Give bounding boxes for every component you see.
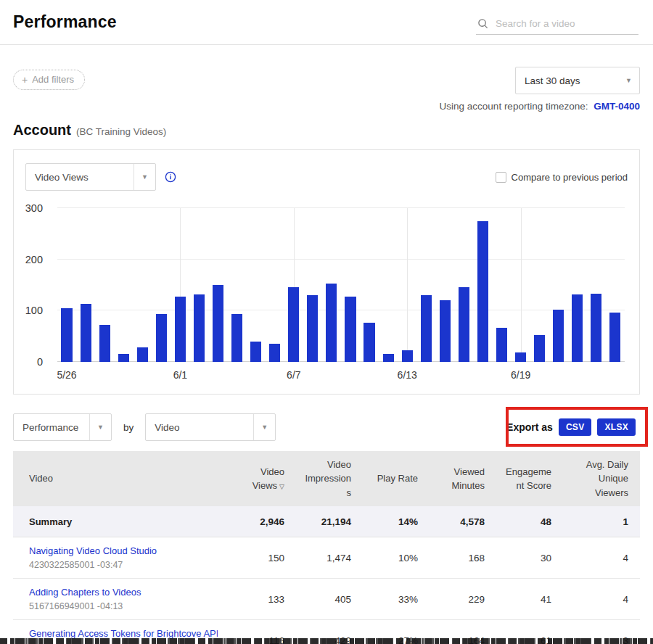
cell-video-views: 133 [222, 594, 289, 605]
search-icon [477, 18, 488, 29]
chevron-down-icon: ▼ [253, 414, 275, 440]
summary-label: Summary [13, 516, 222, 527]
add-filters-label: Add filters [32, 74, 74, 85]
summary-video-impressions: 21,194 [289, 516, 356, 527]
plus-icon: + [22, 75, 28, 85]
bar-6/17 [473, 208, 492, 362]
bar-5/26 [57, 208, 76, 362]
video-title-link[interactable]: Navigating Video Cloud Studio [29, 545, 218, 556]
export-csv-button[interactable]: CSV [559, 418, 592, 436]
export-xlsx-button[interactable]: XLSX [597, 418, 636, 436]
account-subtitle: (BC Training Videos) [76, 126, 166, 137]
search-input[interactable] [496, 18, 637, 29]
y-axis-tick-label: 0 [37, 356, 43, 368]
chart-controls: Video Views ▼ Compare to previous period [25, 163, 628, 191]
column-header-play-rate[interactable]: Play Rate [356, 466, 422, 492]
cell-avg-daily-unique-viewers: 4 [556, 594, 640, 605]
by-label: by [123, 422, 134, 433]
table-row: Navigating Video Cloud Studio 4230322585… [13, 537, 640, 579]
cell-viewed-minutes: 168 [422, 553, 489, 564]
bar-6/2 [189, 208, 208, 362]
chart-x-axis: 5/266/16/76/136/19 [57, 362, 625, 387]
chevron-down-icon: ▼ [618, 77, 639, 84]
add-filters-button[interactable]: + Add filters [13, 70, 85, 90]
filters-row: + Add filters Last 30 days ▼ [13, 67, 640, 94]
main-content: + Add filters Last 30 days ▼ Using accou… [0, 67, 653, 644]
entity-dropdown[interactable]: Video ▼ [145, 413, 276, 441]
bar-5/30 [133, 208, 152, 362]
column-header-viewed-minutes[interactable]: Viewed Minutes [422, 459, 489, 499]
bar-6/15 [435, 208, 454, 362]
column-header-video-impressions[interactable]: Video Impressions [289, 452, 356, 506]
bar-5/27 [76, 208, 95, 362]
dimension-dropdown[interactable]: Performance ▼ [13, 413, 112, 441]
cell-engagement-score: 30 [489, 553, 556, 564]
sort-descending-icon: ▽ [279, 483, 284, 490]
table-header-row: Video Video Views▽ Video Impressions Pla… [13, 451, 640, 506]
bar-6/5 [247, 208, 266, 362]
cell-viewed-minutes: 229 [422, 594, 489, 605]
table-controls-row: Performance ▼ by Video ▼ Export as CSV X… [13, 413, 640, 441]
column-header-video-views[interactable]: Video Views▽ [222, 459, 289, 499]
bar-6/22 [568, 208, 587, 362]
bar-6/18 [492, 208, 511, 362]
table-row: Adding Chapters to Videos 5167166949001 … [13, 579, 640, 620]
top-bar: Performance [0, 0, 653, 45]
summary-viewed-minutes: 4,578 [422, 516, 489, 527]
bar-6/3 [209, 208, 228, 362]
bar-5/31 [152, 208, 171, 362]
summary-video-views: 2,946 [222, 516, 289, 527]
performance-table: Video Video Views▽ Video Impressions Pla… [13, 451, 640, 644]
compare-to-previous-period: Compare to previous period [496, 172, 628, 183]
cell-video-impressions: 405 [289, 594, 356, 605]
bar-5/29 [114, 208, 133, 362]
cell-avg-daily-unique-viewers: 4 [556, 553, 640, 564]
chart-plot: 0100200300 [57, 208, 625, 362]
video-id: 4230322585001 -03:47 [29, 560, 218, 570]
dimension-value: Performance [14, 422, 89, 433]
bar-6/13 [398, 208, 416, 362]
y-axis-tick-label: 200 [25, 254, 43, 265]
video-title-link[interactable]: Adding Chapters to Videos [29, 587, 218, 598]
cell-video-views: 150 [222, 553, 289, 564]
column-header-video[interactable]: Video [13, 466, 222, 492]
bar-6/20 [530, 208, 549, 362]
metric-value: Video Views [26, 172, 134, 183]
y-axis-tick-label: 100 [25, 305, 43, 316]
account-title: Account [13, 122, 71, 139]
timezone-link[interactable]: GMT-0400 [594, 101, 640, 112]
cell-engagement-score: 41 [489, 594, 556, 605]
entity-value: Video [146, 422, 253, 433]
info-icon[interactable] [165, 171, 176, 183]
bar-6/8 [303, 208, 322, 362]
x-axis-tick-label: 6/13 [398, 369, 417, 381]
bar-6/21 [549, 208, 568, 362]
bar-6/6 [266, 208, 284, 362]
column-header-engagement-score[interactable]: Engagement Score [489, 459, 556, 499]
clipped-next-row [0, 638, 653, 644]
timezone-note: Using account reporting timezone: GMT-04… [13, 101, 640, 112]
video-title-link[interactable]: Generating Access Tokens for Brightcove … [29, 628, 218, 639]
column-header-avg-daily-unique-viewers[interactable]: Avg. Daily Unique Viewers [556, 452, 640, 506]
section-heading: Account (BC Training Videos) [13, 122, 640, 139]
bar-6/16 [454, 208, 473, 362]
x-axis-tick-label: 6/7 [287, 369, 300, 381]
bar-6/9 [322, 208, 341, 362]
bar-series [57, 208, 625, 362]
y-axis-tick-label: 300 [25, 202, 43, 214]
compare-checkbox[interactable] [496, 172, 506, 183]
bar-6/1 [171, 208, 189, 362]
chevron-down-icon: ▼ [134, 164, 155, 190]
bar-6/14 [416, 208, 435, 362]
date-range-dropdown[interactable]: Last 30 days ▼ [515, 67, 640, 94]
export-group: Export as CSV XLSX [506, 418, 640, 436]
cell-play-rate: 33% [356, 594, 422, 605]
metric-dropdown[interactable]: Video Views ▼ [25, 163, 156, 191]
summary-avg-daily-unique-viewers: 1 [556, 516, 640, 527]
bar-6/10 [341, 208, 360, 362]
bar-6/23 [587, 208, 606, 362]
bar-6/24 [606, 208, 625, 362]
export-as-label: Export as [506, 421, 553, 433]
bar-6/11 [360, 208, 379, 362]
page-title: Performance [13, 12, 117, 32]
